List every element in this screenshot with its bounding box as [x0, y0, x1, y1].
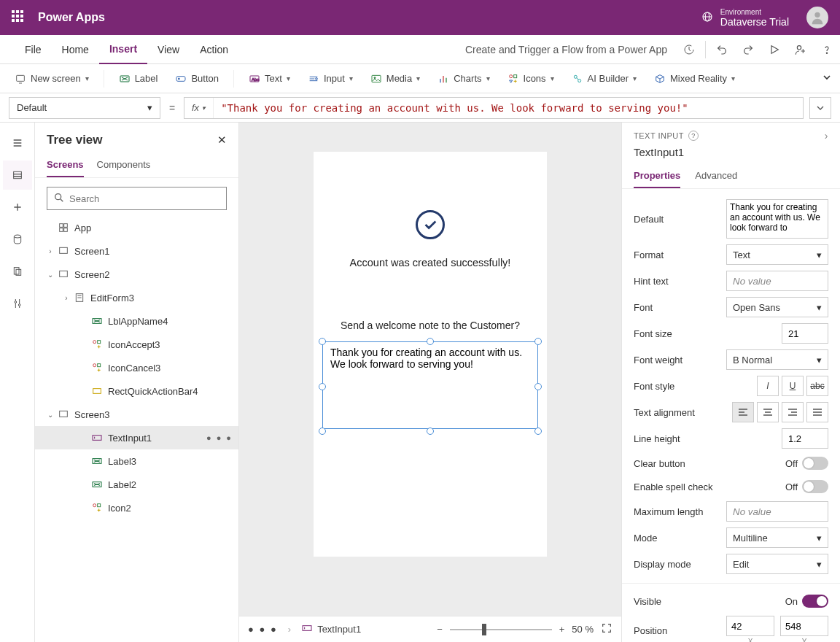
- breadcrumb-more-icon[interactable]: ● ● ●: [248, 624, 278, 635]
- resize-handle[interactable]: [534, 338, 542, 345]
- zoom-slider[interactable]: [450, 629, 552, 630]
- undo-icon[interactable]: [709, 35, 735, 64]
- prop-fontsize-input[interactable]: [782, 323, 828, 344]
- align-justify-button[interactable]: [806, 402, 828, 422]
- tree-node-iconcancel3[interactable]: IconCancel3: [35, 356, 238, 379]
- chevron-right-icon[interactable]: ›: [825, 130, 828, 142]
- more-icon[interactable]: ● ● ●: [206, 433, 233, 442]
- prop-mode-select[interactable]: Multiline▾: [726, 527, 828, 548]
- environment-picker[interactable]: Environment Dataverse Trial: [701, 8, 789, 28]
- prop-pos-y[interactable]: [780, 616, 828, 636]
- input-button[interactable]: Input▾: [300, 67, 360, 90]
- tree-tab-screens[interactable]: Screens: [47, 155, 84, 177]
- resize-handle[interactable]: [319, 428, 326, 435]
- tree-node-screen3[interactable]: ⌄Screen3: [35, 403, 238, 426]
- prop-displaymode-select[interactable]: Edit▾: [726, 554, 828, 574]
- italic-button[interactable]: I: [757, 376, 779, 396]
- prop-lineheight-input[interactable]: [782, 428, 828, 449]
- menu-home[interactable]: Home: [52, 35, 99, 64]
- fit-screen-icon[interactable]: [601, 622, 612, 636]
- tree-tab-components[interactable]: Components: [97, 155, 151, 177]
- text-button[interactable]: Abc Text▾: [241, 67, 298, 90]
- help-icon[interactable]: ?: [688, 131, 699, 141]
- breadcrumb[interactable]: TextInput1: [301, 622, 361, 636]
- charts-button[interactable]: Charts▾: [430, 67, 497, 90]
- label-button[interactable]: Label: [112, 67, 166, 90]
- textinput-control[interactable]: [322, 341, 538, 429]
- prop-clear-toggle[interactable]: [802, 457, 828, 470]
- tree-node-lblappname4[interactable]: LblAppName4: [35, 309, 238, 333]
- resize-handle[interactable]: [427, 428, 434, 435]
- resize-handle[interactable]: [427, 338, 434, 345]
- play-icon[interactable]: [761, 35, 788, 64]
- resize-handle[interactable]: [534, 428, 542, 435]
- formula-input[interactable]: "Thank you for creating an account with …: [214, 102, 803, 114]
- prop-fontweight-select[interactable]: B Normal▾: [726, 349, 828, 370]
- tree-node-icon2[interactable]: Icon2: [35, 496, 238, 519]
- props-tab-properties[interactable]: Properties: [634, 170, 680, 188]
- rail-data-icon[interactable]: [3, 225, 32, 254]
- tree-search[interactable]: [47, 187, 227, 210]
- icons-button[interactable]: Icons▾: [500, 67, 561, 90]
- redo-icon[interactable]: [735, 35, 761, 64]
- rail-tree-icon[interactable]: [3, 160, 32, 190]
- zoom-in-icon[interactable]: +: [559, 624, 565, 635]
- fx-button[interactable]: fx▾: [184, 98, 214, 118]
- rail-hamburger-icon[interactable]: [3, 128, 32, 158]
- tree-node-editform3[interactable]: ›EditForm3: [35, 286, 238, 309]
- prop-maxlen-input[interactable]: [726, 501, 828, 522]
- screen-preview[interactable]: Account was created successfully! Send a…: [314, 152, 547, 557]
- textinput-icon: [90, 431, 104, 444]
- resize-handle[interactable]: [534, 383, 542, 390]
- tree-node-textinput1[interactable]: TextInput1● ● ●: [35, 426, 238, 449]
- menu-insert[interactable]: Insert: [99, 35, 147, 64]
- mixed-reality-button[interactable]: Mixed Reality▾: [647, 67, 742, 90]
- resize-handle[interactable]: [319, 383, 326, 390]
- button-button[interactable]: Button: [168, 67, 226, 90]
- charts-label: Charts: [454, 73, 481, 84]
- prop-visible-toggle[interactable]: [802, 595, 828, 608]
- media-button[interactable]: Media▾: [363, 67, 427, 90]
- align-right-button[interactable]: [782, 402, 804, 422]
- health-icon[interactable]: [676, 35, 702, 64]
- new-screen-button[interactable]: New screen▾: [7, 67, 96, 90]
- prop-font-select[interactable]: Open Sans▾: [726, 297, 828, 317]
- close-icon[interactable]: ✕: [217, 134, 227, 147]
- property-selector[interactable]: Default ▾: [9, 97, 160, 119]
- align-left-button[interactable]: [732, 402, 754, 422]
- strike-button[interactable]: abc: [806, 376, 828, 396]
- menu-file[interactable]: File: [15, 35, 52, 64]
- toolbar-expand-icon[interactable]: [821, 71, 833, 85]
- tree-node-iconaccept3[interactable]: IconAccept3: [35, 333, 238, 356]
- align-center-button[interactable]: [757, 402, 779, 422]
- prop-default-input[interactable]: [726, 199, 828, 239]
- menu-view[interactable]: View: [147, 35, 190, 64]
- avatar[interactable]: [806, 7, 828, 28]
- prop-spell-toggle[interactable]: [802, 480, 828, 493]
- selected-textinput[interactable]: [322, 341, 538, 431]
- tree-node-label3[interactable]: Label3: [35, 449, 238, 473]
- label-label: Label: [135, 73, 158, 84]
- ai-builder-button[interactable]: AI Builder▾: [564, 67, 644, 90]
- search-input[interactable]: [69, 193, 220, 204]
- help-icon[interactable]: [814, 35, 840, 64]
- underline-button[interactable]: U: [782, 376, 804, 396]
- share-icon[interactable]: [788, 35, 814, 64]
- waffle-icon[interactable]: [12, 10, 26, 25]
- menu-action[interactable]: Action: [190, 35, 238, 64]
- prop-pos-x[interactable]: [726, 616, 774, 636]
- rail-tools-icon[interactable]: [3, 289, 32, 318]
- prop-format-select[interactable]: Text▾: [726, 244, 828, 265]
- prop-hint-input[interactable]: [726, 271, 828, 291]
- tree-node-screen2[interactable]: ⌄Screen2: [35, 263, 238, 286]
- rail-media-icon[interactable]: [3, 257, 32, 286]
- tree-node-label2[interactable]: Label2: [35, 473, 238, 496]
- resize-handle[interactable]: [319, 338, 326, 345]
- zoom-out-icon[interactable]: −: [437, 624, 443, 635]
- props-tab-advanced[interactable]: Advanced: [695, 170, 737, 188]
- formula-expand-button[interactable]: [809, 97, 831, 119]
- tree-node-app[interactable]: App: [35, 216, 238, 239]
- tree-node-screen1[interactable]: ›Screen1: [35, 239, 238, 263]
- tree-node-rectquickactionbar4[interactable]: RectQuickActionBar4: [35, 379, 238, 403]
- rail-insert-icon[interactable]: [3, 193, 32, 222]
